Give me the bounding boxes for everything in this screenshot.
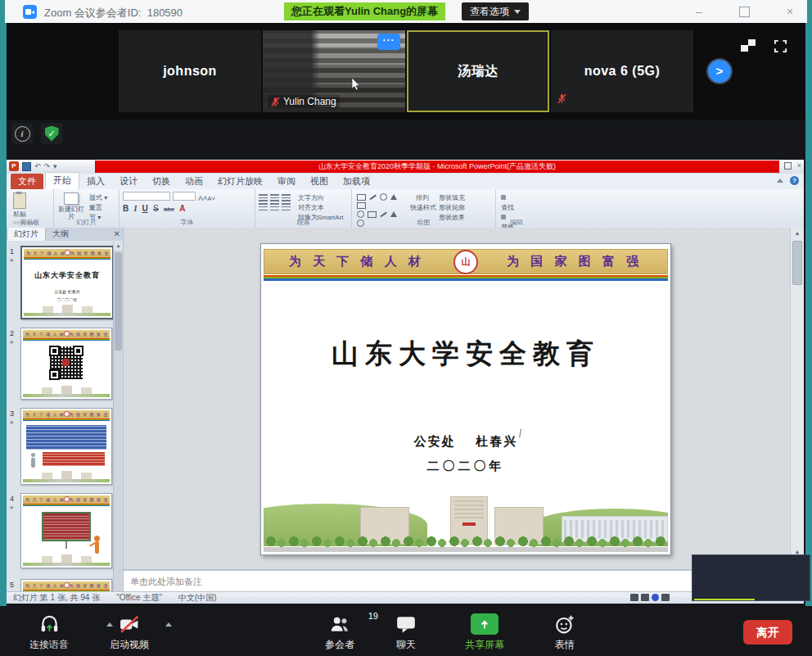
redo-icon[interactable]: ↷ (44, 161, 51, 171)
more-options-button[interactable]: ··· (377, 34, 400, 50)
strikethrough-button[interactable]: S (153, 204, 159, 213)
tab-addins[interactable]: 加载项 (336, 174, 377, 189)
chat-button[interactable]: 聊天 (386, 613, 426, 652)
paste-button[interactable]: 粘贴 (10, 192, 29, 219)
fullscreen-icon[interactable] (774, 39, 787, 53)
info-icon[interactable]: i (15, 126, 30, 142)
new-slide-button[interactable]: 新建幻灯片 (57, 192, 85, 220)
slide-thumbnail-1[interactable]: 为 天 下 储 人 材为 国 家 图 富 强 山东大学安全教育 公安处 杜春兴二… (20, 246, 114, 319)
ppt-restore-button[interactable] (784, 162, 792, 170)
panel-tab-slides[interactable]: 幻灯片 (7, 228, 46, 241)
tab-design[interactable]: 设计 (112, 174, 145, 189)
slide-sorter-view-button[interactable] (641, 594, 649, 601)
meeting-info-container: i (11, 123, 33, 144)
tab-review[interactable]: 审阅 (270, 174, 303, 189)
reset-button[interactable]: 重置 (89, 203, 107, 213)
slide-thumbnail-3[interactable]: 为 天 下 储 人 材为 国 家 图 富 强 (20, 408, 112, 485)
banner-left-text: 为 天 下 储 人 材 (289, 254, 425, 269)
underline-button[interactable]: U (142, 204, 148, 213)
reading-view-button[interactable] (652, 594, 659, 601)
participant-tile-video[interactable]: Yulin Chang ··· Yulin Chang (263, 30, 405, 112)
gallery-view-icon[interactable] (741, 39, 756, 52)
panel-tab-outline[interactable]: 大纲 (46, 228, 75, 241)
zoom-app-icon (23, 5, 37, 19)
clear-formatting-button[interactable]: abc (164, 206, 174, 213)
participant-tile-active-speaker[interactable]: 汤瑞达 (407, 30, 549, 112)
clipboard-group-label: 剪贴板 (7, 218, 53, 227)
slideshow-view-button[interactable] (661, 594, 670, 601)
animation-star-icon: ★ (9, 257, 14, 264)
quick-access-toolbar: P ↶ ↷ ▾ (9, 161, 57, 171)
font-color-button[interactable]: A (179, 204, 185, 213)
tab-insert[interactable]: 插入 (79, 174, 112, 189)
bold-button[interactable]: B (123, 204, 129, 213)
tab-file[interactable]: 文件 (11, 174, 43, 189)
align-text-button[interactable]: 对齐文本 (298, 203, 344, 213)
drawing-group-label: 绘图 (352, 218, 495, 227)
participant-tile[interactable]: nova 6 (5G) (551, 30, 693, 112)
slide-count-status: 幻灯片 第 1 张, 共 94 张 (13, 592, 100, 604)
shrink-font-icon[interactable]: A˅ (207, 195, 215, 202)
paragraph-group: 文字方向 对齐文本 转换为SmartArt 段落 (255, 189, 352, 228)
vertical-scrollbar[interactable]: ▲ ▲▼ (790, 228, 804, 569)
new-slide-icon (64, 192, 79, 205)
maximize-button[interactable] (739, 7, 750, 17)
tab-transitions[interactable]: 切换 (145, 174, 178, 189)
slide-canvas[interactable]: 为 天 下 储 人 材 山 为 国 家 图 富 强 山东大学安全教育 公安处 杜… (260, 243, 671, 555)
video-options-caret[interactable] (165, 622, 172, 627)
leave-meeting-button[interactable]: 离开 (743, 620, 792, 645)
reactions-button[interactable]: 表情 (540, 613, 589, 652)
shape-outline-button[interactable]: 形状轮廓 (439, 203, 465, 213)
window-titlebar: Zoom 会议参会者ID: 180590 您正在观看Yulin Chang的屏幕… (5, 0, 807, 23)
arrange-button[interactable]: 排列 (410, 193, 435, 203)
layout-button[interactable]: 版式 ▾ (89, 193, 107, 203)
tab-animations[interactable]: 动画 (178, 174, 210, 189)
participants-button[interactable]: 19 参会者 (314, 613, 365, 652)
slide-thumbnail-2[interactable]: 为 天 下 储 人 材为 国 家 图 富 强 (20, 328, 112, 400)
slide-thumbnail-5[interactable]: 为 天 下 储 人 材为 国 家 图 富 强 (20, 579, 112, 591)
close-button[interactable]: × (784, 0, 796, 23)
minimize-ribbon-icon[interactable] (777, 179, 783, 183)
grow-font-icon[interactable]: A˄ (198, 194, 207, 202)
start-video-button[interactable]: 启动视频 (98, 613, 160, 652)
zoom-meeting-window: Zoom 会议参会者ID: 180590 您正在观看Yulin Chang的屏幕… (0, 0, 812, 656)
alignment-buttons[interactable] (259, 194, 296, 212)
next-participants-button[interactable]: > (708, 60, 731, 83)
shape-fill-button[interactable]: 形状填充 (439, 193, 465, 203)
participant-tile[interactable]: johnson (119, 30, 261, 112)
italic-button[interactable]: I (133, 204, 137, 213)
font-group-label: 字体 (120, 218, 255, 227)
quick-styles-button[interactable]: 快速样式 (410, 203, 435, 213)
font-size-box[interactable] (173, 192, 196, 201)
undo-icon[interactable]: ↶ (34, 161, 41, 171)
tab-home[interactable]: 开始 (45, 172, 79, 189)
thumb-campus-image (23, 554, 110, 566)
thumb-campus-image (23, 385, 110, 397)
reactions-smiley-icon (554, 613, 575, 635)
view-options-button[interactable]: 查看选项 (462, 2, 529, 20)
panel-close-icon[interactable]: ✕ (114, 229, 120, 238)
font-name-box[interactable] (123, 192, 170, 201)
help-icon[interactable]: ? (790, 176, 799, 185)
minimize-button[interactable]: – (693, 0, 705, 23)
tab-view[interactable]: 视图 (303, 174, 336, 189)
save-icon[interactable] (22, 162, 31, 171)
find-button[interactable]: 查找 (501, 193, 534, 213)
qat-dropdown-icon[interactable]: ▾ (53, 161, 57, 171)
encryption-shield-icon[interactable]: ✓ (45, 126, 59, 142)
participant-tiles: johnson Yulin Chang ··· Yulin Chang 汤瑞达 … (119, 30, 693, 112)
share-screen-button[interactable]: 共享屏幕 (455, 613, 514, 652)
encryption-container: ✓ (41, 123, 62, 144)
ppt-minimize-button[interactable]: – (774, 161, 778, 170)
slide-number: 3 (10, 409, 14, 418)
floating-video-overlay[interactable] (692, 554, 810, 601)
ppt-close-button[interactable]: × (797, 161, 801, 170)
thumb-text-block-blue (26, 425, 106, 450)
text-direction-button[interactable]: 文字方向 (298, 193, 344, 203)
slide-thumbnail-4[interactable]: 为 天 下 储 人 材为 国 家 图 富 强 (20, 493, 112, 568)
tab-slideshow[interactable]: 幻灯片放映 (210, 174, 270, 189)
panel-scrollbar[interactable]: ▲ (113, 242, 123, 591)
normal-view-button[interactable] (630, 594, 638, 601)
join-audio-button[interactable]: 连接语音 (15, 613, 83, 652)
slide-year: 二〇二〇年 (261, 459, 670, 474)
